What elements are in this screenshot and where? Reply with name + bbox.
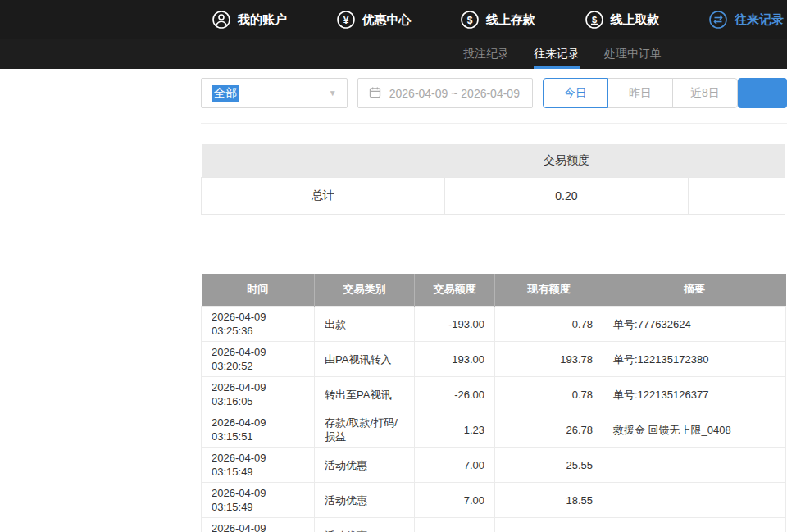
today-button[interactable]: 今日 <box>543 78 608 108</box>
cell-summary <box>603 448 786 483</box>
summary-total-label: 总计 <box>202 177 445 214</box>
transfer-arrows-icon <box>708 10 728 30</box>
last-8-days-button[interactable]: 近8日 <box>672 78 738 108</box>
type-select-value: 全部 <box>212 85 239 102</box>
cell-type: 活动优惠 <box>315 483 415 518</box>
cell-summary <box>603 518 786 532</box>
cell-type: 出款 <box>315 307 415 342</box>
cell-time: 2026-04-09 03:25:36 <box>202 307 315 342</box>
nav-item-transaction-records[interactable]: 往来记录 <box>708 10 784 30</box>
date-range-value: 2026-04-09 ~ 2026-04-09 <box>389 87 520 100</box>
nav-item-online-withdraw[interactable]: $ 线上取款 <box>585 10 660 30</box>
table-row: 2026-04-09 03:15:51 存款/取款/打码/损益 1.23 26.… <box>202 412 786 448</box>
table-row: 2026-04-09 03:15:49 活动优惠 7.00 25.55 <box>202 448 786 483</box>
summary-blank-cell <box>689 177 785 214</box>
filter-row: 全部 ▼ 2026-04-09 ~ 2026-04-09 今日 昨日 近8日 <box>201 78 787 108</box>
cell-amount: 7.00 <box>415 483 495 518</box>
cell-amount: 7.00 <box>415 448 495 483</box>
cell-time: 2026-04-09 03:20:52 <box>202 342 315 377</box>
cell-balance: 0.78 <box>495 307 603 342</box>
divider <box>201 123 787 124</box>
summary-total-row: 总计 0.20 <box>202 177 785 214</box>
tab-betting-records[interactable]: 投注纪录 <box>463 39 509 69</box>
summary-total-value: 0.20 <box>444 177 689 214</box>
cell-type: 转出至PA视讯 <box>315 377 415 412</box>
col-header-amount: 交易额度 <box>415 274 495 307</box>
cell-balance: 11.55 <box>495 518 603 532</box>
nav-item-label: 线上存款 <box>486 12 535 28</box>
tab-bar: 投注纪录 往来记录 处理中订单 <box>0 39 787 69</box>
cell-time: 2026-04-09 03:15:49 <box>202 518 315 532</box>
tab-label: 投注纪录 <box>463 47 509 61</box>
table-row: 2026-04-09 03:25:36 出款 -193.00 0.78 单号:7… <box>202 307 786 342</box>
records-header-row: 时间 交易类别 交易额度 现有额度 摘要 <box>202 274 786 307</box>
nav-item-label: 线上取款 <box>611 12 660 28</box>
table-row: 2026-04-09 03:16:05 转出至PA视讯 -26.00 0.78 … <box>202 377 786 412</box>
cell-summary <box>603 483 786 518</box>
quick-date-group: 今日 昨日 近8日 <box>543 78 738 108</box>
yesterday-button[interactable]: 昨日 <box>607 78 673 108</box>
summary-header-blank <box>689 144 785 177</box>
cell-balance: 25.55 <box>495 448 603 483</box>
svg-text:$: $ <box>467 15 473 26</box>
cell-summary: 单号:777632624 <box>603 307 786 342</box>
nav-item-label: 我的账户 <box>238 12 287 28</box>
promo-coin-icon: ¥ <box>336 10 356 30</box>
cell-amount: 193.00 <box>415 342 495 377</box>
summary-header-amount: 交易额度 <box>444 144 689 177</box>
search-button[interactable] <box>738 78 787 108</box>
cell-summary: 单号:122135126377 <box>603 377 786 412</box>
cell-amount: 10.88 <box>415 518 495 532</box>
nav-item-my-account[interactable]: 我的账户 <box>212 10 287 30</box>
records-table: 时间 交易类别 交易额度 现有额度 摘要 2026-04-09 03:25:36… <box>201 274 786 532</box>
tab-transaction-records[interactable]: 往来记录 <box>534 39 580 69</box>
nav-item-label: 往来记录 <box>735 12 784 28</box>
col-header-balance: 现有额度 <box>495 274 603 307</box>
cell-amount: 1.23 <box>415 412 495 448</box>
main-content: 全部 ▼ 2026-04-09 ~ 2026-04-09 今日 昨日 近8日 交… <box>201 78 787 532</box>
cell-summary: 救援金 回馈无上限_0408 <box>603 412 786 448</box>
table-row: 2026-04-09 03:15:49 活动优惠 7.00 18.55 <box>202 483 786 518</box>
cell-time: 2026-04-09 03:15:49 <box>202 483 315 518</box>
deposit-coin-icon: $ <box>460 10 480 30</box>
withdraw-coin-icon: $ <box>585 10 604 30</box>
svg-text:¥: ¥ <box>343 15 348 26</box>
tab-processing-orders[interactable]: 处理中订单 <box>604 39 662 69</box>
col-header-type: 交易类别 <box>315 274 415 307</box>
top-nav: 我的账户 ¥ 优惠中心 $ 线上存款 $ 线上取款 往来记录 <box>0 0 787 39</box>
cell-type: 活动优惠 <box>315 448 415 483</box>
nav-item-label: 优惠中心 <box>362 12 412 28</box>
date-range-input[interactable]: 2026-04-09 ~ 2026-04-09 <box>357 78 533 108</box>
cell-balance: 0.78 <box>495 377 603 412</box>
cell-type: 活动优惠 <box>315 518 415 532</box>
cell-type: 存款/取款/打码/损益 <box>315 412 415 448</box>
chevron-down-icon: ▼ <box>329 89 337 98</box>
col-header-summary: 摘要 <box>603 274 786 307</box>
cell-amount: -26.00 <box>415 377 495 412</box>
table-row: 2026-04-09 03:15:49 活动优惠 10.88 11.55 <box>202 518 786 532</box>
tab-label: 处理中订单 <box>604 47 662 61</box>
table-row: 2026-04-09 03:20:52 由PA视讯转入 193.00 193.7… <box>202 342 786 377</box>
cell-balance: 193.78 <box>495 342 603 377</box>
cell-balance: 18.55 <box>495 483 603 518</box>
nav-item-promo-center[interactable]: ¥ 优惠中心 <box>336 10 412 30</box>
cell-balance: 26.78 <box>495 412 603 448</box>
cell-time: 2026-04-09 03:15:51 <box>202 412 315 448</box>
cell-amount: -193.00 <box>415 307 495 342</box>
summary-header-row: 交易额度 <box>202 144 785 177</box>
cell-summary: 单号:122135172380 <box>603 342 786 377</box>
nav-item-online-deposit[interactable]: $ 线上存款 <box>460 10 535 30</box>
user-icon <box>212 10 231 30</box>
cell-time: 2026-04-09 03:15:49 <box>202 448 315 483</box>
summary-header-blank <box>202 144 445 177</box>
tab-label: 往来记录 <box>534 47 580 61</box>
cell-type: 由PA视讯转入 <box>315 342 415 377</box>
summary-table: 交易额度 总计 0.20 <box>201 144 785 215</box>
svg-text:$: $ <box>591 15 596 25</box>
type-select[interactable]: 全部 ▼ <box>201 78 348 108</box>
cell-time: 2026-04-09 03:16:05 <box>202 377 315 412</box>
calendar-icon <box>368 85 382 102</box>
col-header-time: 时间 <box>202 274 315 307</box>
